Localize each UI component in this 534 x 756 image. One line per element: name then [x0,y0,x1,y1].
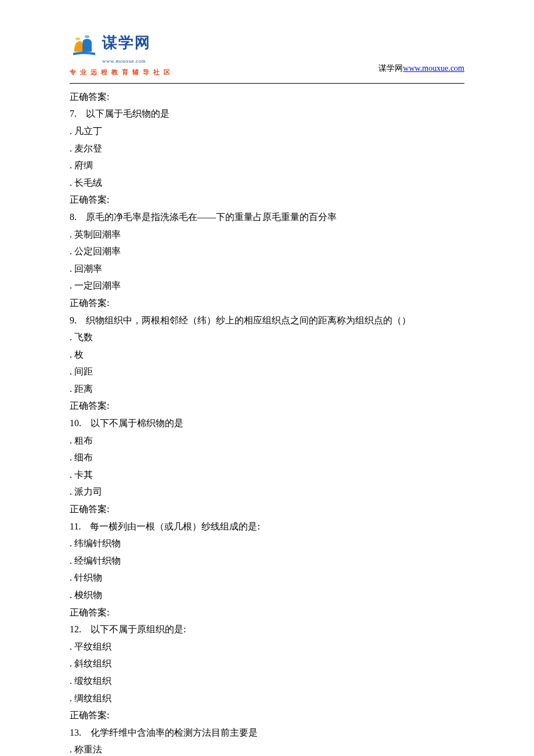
option-text: . 纬编针织物 [70,535,464,552]
logo-container: 谋学网 www.mouxue.com 专业远程教育辅导社区 [70,29,174,78]
option-text: . 府绸 [70,157,464,174]
option-text: . 间距 [70,363,464,380]
document-content: 正确答案: 7. 以下属于毛织物的是 . 凡立丁 . 麦尔登 . 府绸 . 长毛… [70,88,464,756]
option-text: . 公定回潮率 [70,243,464,260]
option-text: . 缎纹组织 [70,672,464,690]
logo-url-text: www.mouxue.com [102,56,151,66]
text-line: 正确答案: [70,88,464,106]
option-text: . 飞数 [70,329,464,346]
option-text: . 麦尔登 [70,140,464,157]
option-text: . 凡立丁 [70,123,464,140]
text-line: 正确答案: [70,191,464,208]
option-text: . 称重法 [70,741,464,756]
option-text: . 细布 [70,449,464,466]
option-text: . 斜纹组织 [70,655,464,672]
option-text: . 梭织物 [70,586,464,604]
option-text: . 针织物 [70,569,464,586]
question-text: 13. 化学纤维中含油率的检测方法目前主要是 [70,724,464,741]
text-line: 正确答案: [70,604,464,621]
text-line: 正确答案: [70,397,464,415]
question-text: 12. 以下不属于原组织的是: [70,621,464,638]
option-text: . 回潮率 [70,260,464,278]
svg-point-1 [85,35,89,38]
page-header: 谋学网 www.mouxue.com 专业远程教育辅导社区 谋学网www.mou… [70,29,464,78]
logo-chinese-name: 谋学网 [102,29,151,56]
option-text: . 长毛绒 [70,174,464,192]
option-text: . 枚 [70,346,464,363]
question-text: 9. 织物组织中，两根相邻经（纬）纱上的相应组织点之间的距离称为组织点的（） [70,312,464,329]
question-text: 11. 每一横列由一根（或几根）纱线组成的是: [70,518,464,535]
option-text: . 粗布 [70,432,464,449]
logo-icon [70,35,99,59]
header-right-label: 谋学网 [378,64,403,73]
logo-tagline: 专业远程教育辅导社区 [70,67,174,78]
text-line: 正确答案: [70,501,464,518]
logo-top-row: 谋学网 www.mouxue.com [70,29,174,66]
header-right-link[interactable]: www.mouxue.com [403,64,464,73]
option-text: . 绸纹组织 [70,690,464,707]
logo-text-block: 谋学网 www.mouxue.com [102,29,151,66]
question-text: 10. 以下不属于棉织物的是 [70,415,464,432]
option-text: . 英制回潮率 [70,226,464,243]
option-text: . 卡其 [70,466,464,484]
option-text: . 距离 [70,380,464,398]
option-text: . 派力司 [70,483,464,501]
header-right-credit: 谋学网www.mouxue.com [378,61,464,78]
option-text: . 平纹组织 [70,638,464,656]
option-text: . 一定回潮率 [70,277,464,294]
question-text: 8. 原毛的净毛率是指洗涤毛在——下的重量占原毛重量的百分率 [70,208,464,226]
svg-point-0 [75,38,80,41]
option-text: . 经编针织物 [70,552,464,570]
text-line: 正确答案: [70,294,464,312]
header-divider [70,83,464,84]
text-line: 正确答案: [70,707,464,724]
question-text: 7. 以下属于毛织物的是 [70,105,464,123]
